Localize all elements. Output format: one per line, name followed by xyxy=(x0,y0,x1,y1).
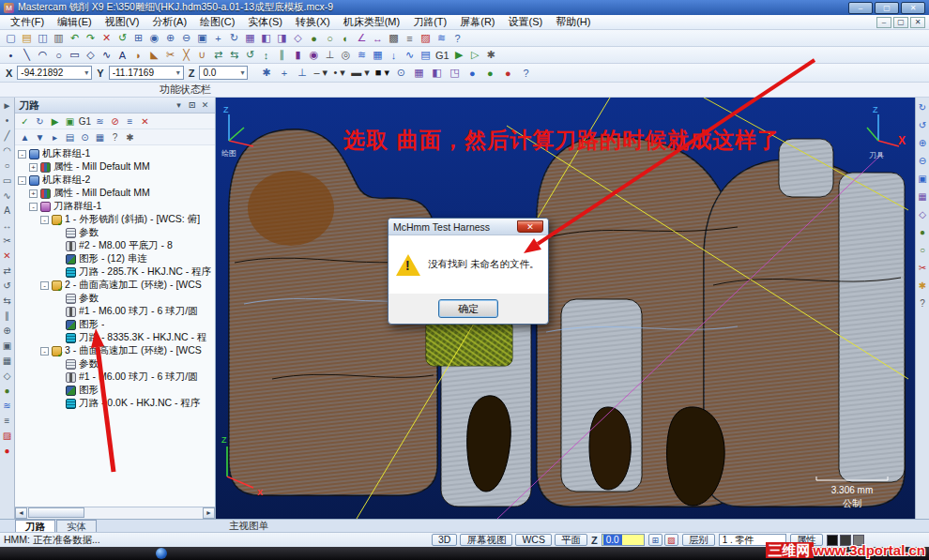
lock-ops-icon[interactable]: ⊘ xyxy=(108,114,122,128)
select-arrow-icon[interactable]: ► xyxy=(1,99,13,112)
wireframe-icon[interactable]: ○ xyxy=(322,31,338,46)
expand-toggle-icon[interactable]: + xyxy=(29,163,38,172)
backplot-icon[interactable]: ▷ xyxy=(467,48,483,63)
create-circle-icon[interactable]: ○ xyxy=(51,48,67,63)
x-input[interactable]: -94.21892▾ xyxy=(17,66,92,80)
tree-item[interactable]: 刀路 - 0.0K - HKJ.NC - 程序 xyxy=(15,397,215,410)
scroll-left-icon[interactable]: ◄ xyxy=(15,507,27,519)
menu-item[interactable]: 刀路(T) xyxy=(406,15,453,29)
trim2-icon[interactable]: ✂ xyxy=(1,235,13,247)
analyze-distance-icon[interactable]: ↔ xyxy=(370,31,386,46)
fillet-icon[interactable]: ◗ xyxy=(130,48,146,63)
viewport-canvas[interactable]: Z 绘图 Z X 刀具 Z X xyxy=(216,98,915,519)
save-icon[interactable]: ◫ xyxy=(35,31,51,46)
pan-icon[interactable]: + xyxy=(210,31,226,46)
attributes2-icon[interactable]: ≡ xyxy=(1,415,13,427)
clear-colors-icon[interactable]: ▨ xyxy=(664,534,678,546)
zoom-out-icon[interactable]: ⊖ xyxy=(178,31,194,46)
tree-item[interactable]: #2 - M8.00 平底刀 - 8 xyxy=(15,239,215,252)
status-button[interactable]: WCS xyxy=(515,534,552,546)
tree-item[interactable]: 参数 xyxy=(15,292,215,305)
chamfer-icon[interactable]: ◣ xyxy=(146,48,162,63)
help-r-icon[interactable]: ? xyxy=(917,297,929,310)
undelete-icon[interactable]: ↺ xyxy=(114,31,130,46)
create-letters-icon[interactable]: A xyxy=(114,48,130,63)
translucent-icon[interactable]: ◐ xyxy=(338,31,354,46)
xform-rotate-icon[interactable]: ↺ xyxy=(242,48,258,63)
machine-mill-icon[interactable]: ⊥ xyxy=(322,48,338,63)
tree-item[interactable]: 参数 xyxy=(15,357,215,371)
scrollbar-thumb[interactable] xyxy=(28,507,84,518)
tree-item[interactable]: 刀路 - 285.7K - HKJ.NC - 程序 xyxy=(15,265,215,279)
zoom-in-icon[interactable]: ⊕ xyxy=(162,31,178,46)
expand-toggle-icon[interactable]: - xyxy=(40,347,49,356)
shaded-icon[interactable]: ● xyxy=(306,31,322,46)
grid-icon[interactable]: ▩ xyxy=(386,31,402,46)
orb-green-icon[interactable]: ● xyxy=(482,66,498,81)
redo-icon[interactable]: ↷ xyxy=(83,31,99,46)
mdi-restore-icon[interactable]: ▢ xyxy=(893,17,908,28)
menu-item[interactable]: 屏幕(R) xyxy=(453,15,501,29)
highfeed-icon[interactable]: ≋ xyxy=(93,114,107,128)
xform-translate-icon[interactable]: ⇄ xyxy=(210,48,226,63)
point-style-dropdown[interactable]: • ▾ xyxy=(331,66,347,81)
create-arc-icon[interactable]: ◠ xyxy=(35,48,51,63)
tree-item[interactable]: - 刀路群组-1 xyxy=(15,200,215,213)
level-button[interactable]: 层别 xyxy=(682,534,715,546)
tree-item[interactable]: - 3 - 曲面高速加工 (环绕) - [WCS xyxy=(15,344,215,357)
insert-arrow-icon[interactable]: ▸ xyxy=(48,130,62,144)
orb-red-icon[interactable]: ● xyxy=(500,66,516,81)
tree-item[interactable]: #1 - M6.00 球刀 - 6 球刀/圆 xyxy=(15,305,215,318)
operations-manager-icon[interactable]: ▤ xyxy=(418,48,434,63)
mirror-icon[interactable]: ⇆ xyxy=(1,295,13,307)
settings-icon[interactable]: ✱ xyxy=(483,48,499,63)
panel-options-icon[interactable]: ✱ xyxy=(123,130,137,144)
close-button[interactable]: ✕ xyxy=(901,2,925,14)
menu-item[interactable]: 转换(X) xyxy=(289,15,337,29)
expand-toggle-icon[interactable]: - xyxy=(18,150,26,159)
create-spline-icon[interactable]: ∿ xyxy=(99,48,114,63)
sketch-circle-icon[interactable]: ○ xyxy=(1,159,13,172)
scroll-right-icon[interactable]: ► xyxy=(203,507,215,519)
minimize-button[interactable]: – xyxy=(848,2,873,14)
tree-item[interactable]: + 属性 - Mill Default MM xyxy=(15,187,215,200)
select-all-ops-icon[interactable]: ✓ xyxy=(18,114,32,128)
gview-top-icon[interactable]: ▦ xyxy=(242,31,258,46)
tree-item[interactable]: - 2 - 曲面高速加工 (环绕) - [WCS xyxy=(15,279,215,292)
machine-lathe-icon[interactable]: ◎ xyxy=(338,48,354,63)
trim-icon[interactable]: ✂ xyxy=(162,48,178,63)
clip-r-icon[interactable]: ✂ xyxy=(917,262,929,274)
verify-ops-icon[interactable]: ▣ xyxy=(63,114,77,128)
menu-item[interactable]: 实体(S) xyxy=(241,15,289,29)
params-btn-icon[interactable]: ▤ xyxy=(63,130,77,144)
gview-iso-icon[interactable]: ◇ xyxy=(290,31,306,46)
toolpath-pocket-icon[interactable]: ▦ xyxy=(370,48,386,63)
autocursor-icon[interactable]: + xyxy=(276,66,292,81)
menu-item[interactable]: 绘图(C) xyxy=(193,15,241,29)
create-polygon-icon[interactable]: ◇ xyxy=(83,48,99,63)
spline-icon[interactable]: ∿ xyxy=(1,189,13,202)
xform-offset-icon[interactable]: ∥ xyxy=(274,48,290,63)
offset-icon[interactable]: ∥ xyxy=(1,310,13,322)
line-width-dropdown[interactable]: ▬ ▾ xyxy=(349,66,372,81)
shade-r-icon[interactable]: ● xyxy=(917,226,929,238)
tree-item[interactable]: 刀路 - 8335.3K - HKJ.NC - 程 xyxy=(15,331,215,344)
toolpath-drill-icon[interactable]: ↓ xyxy=(386,48,402,63)
zdepth-icon[interactable]: ⊙ xyxy=(393,66,409,81)
panel-horizontal-scrollbar[interactable]: ◄ ► xyxy=(15,507,215,519)
sketch-rect-icon[interactable]: ▭ xyxy=(1,174,13,187)
backplot-ops-icon[interactable]: ▶ xyxy=(48,114,62,128)
maximize-button[interactable]: ▢ xyxy=(875,2,899,14)
menu-item[interactable]: 文件(F) xyxy=(4,15,51,29)
move-icon[interactable]: ⇄ xyxy=(1,265,13,277)
new-file-icon[interactable]: ▢ xyxy=(3,31,19,46)
y-input[interactable]: -11.17169▾ xyxy=(109,66,184,80)
create-rect-icon[interactable]: ▭ xyxy=(67,48,83,63)
shade2-icon[interactable]: ● xyxy=(1,385,13,397)
planes-menu-icon[interactable]: ◧ xyxy=(429,66,445,81)
regen-all-icon[interactable]: ↻ xyxy=(33,114,47,128)
status-z-field[interactable]: 0.0 xyxy=(602,534,645,546)
menu-item[interactable]: 视图(V) xyxy=(99,15,146,29)
manager-tab[interactable]: 实体 xyxy=(56,520,97,532)
status-button[interactable]: 3D xyxy=(432,534,457,546)
